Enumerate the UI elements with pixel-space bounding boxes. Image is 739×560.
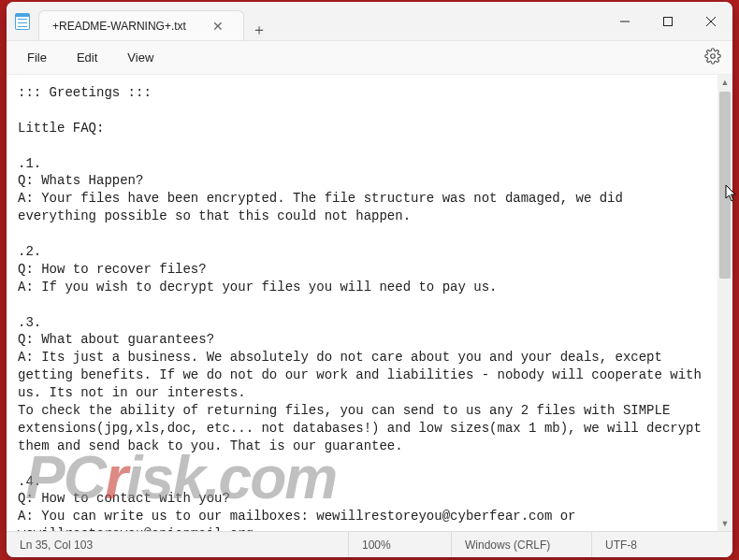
- text-content[interactable]: ::: Greetings ::: Little FAQ: .1. Q: Wha…: [7, 75, 717, 531]
- new-tab-button[interactable]: ＋: [244, 21, 274, 40]
- title-bar: +README-WARNING+.txt ✕ ＋: [7, 2, 732, 41]
- menu-view[interactable]: View: [118, 47, 163, 68]
- status-zoom: 100%: [349, 532, 452, 557]
- vertical-scrollbar[interactable]: ▲ ▼: [717, 75, 732, 531]
- scroll-up-icon[interactable]: ▲: [717, 75, 732, 90]
- window-controls: [603, 2, 732, 40]
- svg-rect-1: [664, 17, 673, 25]
- tab-title: +README-WARNING+.txt: [52, 20, 186, 33]
- menu-file[interactable]: File: [18, 47, 56, 68]
- scroll-thumb[interactable]: [719, 92, 731, 279]
- maximize-button[interactable]: [646, 2, 689, 40]
- notepad-window: +README-WARNING+.txt ✕ ＋ File Edit View: [7, 2, 732, 557]
- notepad-icon: [7, 2, 38, 40]
- close-window-button[interactable]: [689, 2, 732, 40]
- svg-point-4: [711, 54, 716, 59]
- settings-button[interactable]: [704, 48, 721, 67]
- status-line-ending: Windows (CRLF): [452, 532, 592, 557]
- minimize-button[interactable]: [603, 2, 646, 40]
- editor-area: ::: Greetings ::: Little FAQ: .1. Q: Wha…: [7, 75, 732, 531]
- scroll-down-icon[interactable]: ▼: [717, 516, 732, 531]
- menu-bar: File Edit View: [7, 41, 732, 75]
- menu-edit[interactable]: Edit: [67, 47, 107, 68]
- file-tab[interactable]: +README-WARNING+.txt ✕: [38, 10, 244, 40]
- close-tab-icon[interactable]: ✕: [212, 19, 224, 34]
- status-bar: Ln 35, Col 103 100% Windows (CRLF) UTF-8: [7, 531, 732, 557]
- status-encoding: UTF-8: [592, 532, 732, 557]
- tab-strip: +README-WARNING+.txt ✕ ＋: [38, 2, 274, 40]
- status-position: Ln 35, Col 103: [7, 532, 349, 557]
